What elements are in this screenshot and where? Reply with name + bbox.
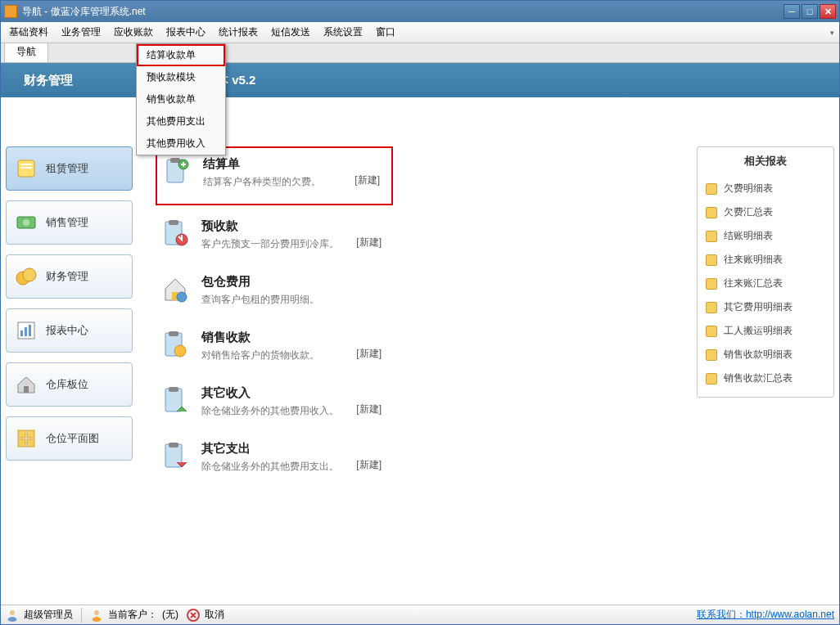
report-link[interactable]: 往来账明细表: [702, 248, 829, 272]
report-link[interactable]: 其它费用明细表: [702, 295, 829, 319]
card-storage-fee[interactable]: 包仓费用 查询客户包租的费用明细。: [156, 266, 393, 321]
card-title: 销售收款: [201, 330, 345, 345]
svg-rect-9: [25, 327, 27, 336]
status-cancel[interactable]: 取消: [205, 608, 224, 622]
cancel-icon[interactable]: [187, 609, 200, 622]
body-area: 财务管理 软件试用版本 v5.2 租赁管理 销售管理 财务管理: [1, 63, 839, 605]
svg-rect-25: [169, 331, 178, 336]
dropdown-receivables: 结算收款单 预收款模块 销售收款单 其他费用支出 其他费用收入: [136, 43, 226, 155]
dropdown-item-sales-receipt[interactable]: 销售收款单: [137, 88, 225, 110]
dropdown-item-other-expense[interactable]: 其他费用支出: [137, 110, 225, 133]
maximize-button[interactable]: □: [802, 4, 818, 19]
sidebar-label: 销售管理: [46, 215, 88, 230]
menu-sms[interactable]: 短信发送: [264, 22, 317, 43]
status-customer-label: 当前客户：: [108, 608, 157, 622]
user-icon: [6, 609, 19, 622]
prepay-icon: [160, 218, 190, 248]
svg-rect-14: [18, 439, 25, 447]
svg-point-31: [10, 610, 15, 615]
lease-icon: [15, 157, 38, 180]
statusbar: 超级管理员 当前客户： (无) 取消 联系我们：http://www.aolan…: [1, 605, 839, 624]
svg-rect-10: [29, 325, 31, 336]
warehouse-icon: [15, 373, 38, 396]
card-other-expense[interactable]: 其它支出 除仓储业务外的其他费用支出。 [新建]: [156, 433, 393, 488]
sidebar-item-finance[interactable]: 财务管理: [6, 254, 133, 299]
banner: 财务管理 软件试用版本 v5.2: [1, 63, 839, 97]
sidebar-item-lease[interactable]: 租赁管理: [6, 146, 133, 191]
floorplan-icon: [15, 427, 38, 450]
menu-basic-data[interactable]: 基础资料: [2, 22, 55, 43]
report-link[interactable]: 欠费明细表: [702, 177, 829, 200]
report-link[interactable]: 往来账汇总表: [702, 272, 829, 295]
menu-report-center[interactable]: 报表中心: [160, 22, 212, 43]
card-desc: 对销售给客户的货物收款。: [201, 348, 345, 362]
svg-rect-13: [27, 430, 34, 438]
report-link[interactable]: 结账明细表: [702, 224, 829, 248]
dropdown-item-other-income[interactable]: 其他费用收入: [137, 133, 225, 155]
titlebar: 导航 - 傲蓝冷库管理系统.net ─ □ ✕: [1, 1, 839, 22]
card-new-link[interactable]: [新建]: [355, 173, 380, 187]
card-other-income[interactable]: 其它收入 除仓储业务外的其他费用收入。 [新建]: [156, 377, 393, 433]
report-link[interactable]: 工人搬运明细表: [702, 319, 829, 343]
sidebar-item-reports[interactable]: 报表中心: [6, 308, 133, 353]
svg-rect-15: [27, 439, 34, 447]
report-link[interactable]: 欠费汇总表: [702, 200, 829, 224]
dropdown-item-prepay[interactable]: 预收款模块: [137, 66, 225, 88]
card-title: 其它支出: [201, 441, 345, 456]
main-area: 租赁管理 销售管理 财务管理 报表中心 仓库板位: [1, 97, 839, 605]
sales-icon: [15, 211, 38, 234]
related-reports-title: 相关报表: [702, 154, 829, 169]
menu-stats[interactable]: 统计报表: [212, 22, 264, 43]
svg-rect-27: [165, 389, 182, 411]
svg-rect-8: [20, 330, 23, 336]
svg-point-23: [177, 292, 187, 302]
report-icon: [706, 278, 717, 290]
menu-receivables[interactable]: 应收账款: [107, 22, 160, 43]
sidebar-label: 租赁管理: [46, 161, 88, 176]
contact-link[interactable]: http://www.aolan.net: [746, 609, 834, 620]
svg-point-26: [174, 345, 186, 357]
card-new-link[interactable]: [新建]: [356, 402, 382, 416]
menu-system[interactable]: 系统设置: [317, 22, 369, 43]
report-icon: [706, 254, 717, 266]
sidebar-item-floorplan[interactable]: 仓位平面图: [6, 416, 133, 461]
menu-business[interactable]: 业务管理: [55, 22, 107, 43]
report-icon: [706, 302, 717, 313]
card-prepay[interactable]: 预收款 客户先预支一部分费用到冷库。 [新建]: [156, 210, 393, 266]
card-title: 预收款: [201, 218, 345, 234]
menu-window[interactable]: 窗口: [369, 22, 402, 43]
finance-icon: [15, 265, 38, 288]
tab-navigation[interactable]: 导航: [4, 41, 48, 62]
card-title: 包仓费用: [201, 274, 370, 290]
sidebar: 租赁管理 销售管理 财务管理 报表中心 仓库板位: [6, 104, 133, 600]
report-icon: [706, 373, 717, 384]
report-link[interactable]: 销售收款汇总表: [702, 366, 829, 390]
card-title: 结算单: [203, 156, 343, 172]
svg-point-4: [23, 219, 29, 226]
menubar-overflow-icon[interactable]: ▾: [825, 29, 839, 37]
card-sales-receipt[interactable]: 销售收款 对销售给客户的货物收款。 [新建]: [156, 321, 393, 377]
card-desc: 客户先预支一部分费用到冷库。: [201, 237, 345, 251]
dropdown-item-settlement[interactable]: 结算收款单: [137, 44, 225, 66]
close-button[interactable]: ✕: [820, 4, 836, 19]
card-new-link[interactable]: [新建]: [356, 236, 382, 250]
window-title: 导航 - 傲蓝冷库管理系统.net: [22, 5, 784, 19]
settlement-icon: [162, 156, 192, 186]
report-icon: [706, 183, 717, 195]
svg-rect-2: [20, 167, 32, 169]
svg-point-32: [94, 610, 99, 615]
svg-rect-12: [18, 430, 25, 438]
sidebar-label: 仓位平面图: [46, 431, 99, 446]
card-new-link[interactable]: [新建]: [356, 458, 382, 472]
customer-icon: [90, 609, 103, 622]
report-icon: [706, 326, 717, 337]
card-new-link[interactable]: [新建]: [356, 347, 382, 361]
report-link[interactable]: 销售收款明细表: [702, 343, 829, 366]
report-icon: [706, 207, 717, 218]
app-icon: [4, 5, 17, 18]
sidebar-item-sales[interactable]: 销售管理: [6, 200, 133, 245]
other-expense-icon: [160, 441, 190, 470]
banner-left: 财务管理: [24, 73, 73, 88]
sidebar-item-warehouse[interactable]: 仓库板位: [6, 362, 133, 407]
minimize-button[interactable]: ─: [784, 4, 800, 19]
